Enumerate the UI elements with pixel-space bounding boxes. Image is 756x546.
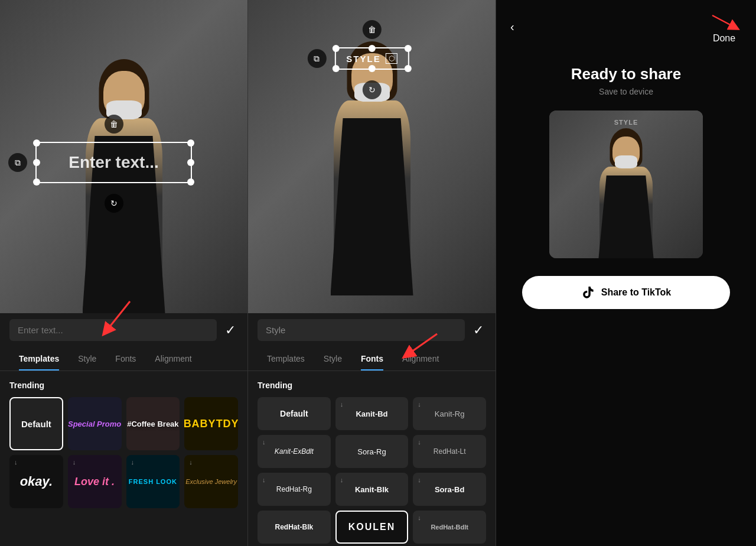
font-label: KOULEN <box>348 522 396 532</box>
tiktok-icon <box>581 285 595 300</box>
tab-style-2[interactable]: Style <box>314 347 351 370</box>
font-label: Kanit-Rg <box>435 410 465 418</box>
content-area-1: Trending Default Special Promo #Coffee B… <box>0 371 247 546</box>
person-jacket-2 <box>331 118 413 295</box>
preview-mask <box>615 155 637 168</box>
confirm-button-2[interactable]: ✓ <box>471 320 486 340</box>
text-input-2[interactable] <box>258 319 465 341</box>
template-babytdy[interactable]: BABYTDY <box>184 397 238 450</box>
preview-person-body <box>591 128 662 258</box>
font-label: RedHat-Rg <box>276 485 312 493</box>
font-redhat-lt[interactable]: ↓ RedHat-Lt <box>413 435 486 468</box>
tab-alignment-2[interactable]: Alignment <box>393 347 448 370</box>
handle-bl <box>33 178 40 186</box>
handle-bl-2 <box>332 65 339 72</box>
copy-icon-2[interactable]: ⧉ <box>307 49 326 68</box>
download-icon: ↓ <box>418 514 421 521</box>
handle-br <box>187 178 194 186</box>
font-label: RedHat-Lt <box>434 447 466 456</box>
font-label: Kanit-Bd <box>356 410 387 418</box>
section-title-2: Trending <box>258 381 486 390</box>
tab-fonts-2[interactable]: Fonts <box>351 347 393 370</box>
template-special-promo[interactable]: Special Promo <box>68 397 122 450</box>
handle-ml <box>33 159 40 166</box>
download-icon: ↓ <box>340 401 344 408</box>
tab-templates-1[interactable]: Templates <box>9 347 69 370</box>
font-label: Kanit-ExBdlt <box>275 447 314 456</box>
template-label: #Coffee Break <box>127 420 178 428</box>
style-text: STYLE <box>346 54 380 64</box>
handle-mr <box>187 159 194 166</box>
template-label: FRESH LOOK <box>129 478 177 485</box>
toolbar-1: ✓ <box>0 313 247 347</box>
download-icon: ↓ <box>340 476 344 483</box>
copy-icon[interactable]: ⧉ <box>8 153 27 172</box>
confirm-button-1[interactable]: ✓ <box>223 320 238 340</box>
font-sora-rg[interactable]: Sora-Rg <box>335 435 409 468</box>
tabs-2: Templates Style Fonts Alignment <box>248 347 496 371</box>
text-input-1[interactable] <box>9 319 217 341</box>
font-koulen[interactable]: KOULEN <box>335 511 409 544</box>
handle-tr <box>187 139 194 147</box>
font-label: Kanit-Blk <box>355 485 389 494</box>
back-button[interactable]: ‹ <box>510 20 514 34</box>
preview-jacket <box>598 176 654 258</box>
rotate-icon-2[interactable]: ↻ <box>363 80 382 99</box>
template-loveit[interactable]: ↓ Love it . <box>68 455 122 508</box>
delete-icon[interactable]: 🗑 <box>105 115 123 134</box>
font-kanit-exbdlt[interactable]: ↓ Kanit-ExBdlt <box>258 435 331 468</box>
template-freshlook[interactable]: ↓ FRESH LOOK <box>126 455 180 508</box>
templates-grid: Default Special Promo #Coffee Break BABY… <box>9 397 238 508</box>
style-selection-box[interactable]: STYLE ⬡ 🗑 ⧉ ↻ <box>334 47 409 70</box>
font-kanit-bd[interactable]: ↓ Kanit-Bd <box>335 397 409 430</box>
delete-icon-2[interactable]: 🗑 <box>363 20 382 39</box>
preview-card: STYLE <box>549 110 703 258</box>
font-kanit-rg[interactable]: ↓ Kanit-Rg <box>413 397 486 430</box>
font-redhat-bdlt[interactable]: ↓ RedHat-Bdlt <box>413 511 486 544</box>
download-icon: ↓ <box>418 401 421 408</box>
download-icon: ↓ <box>418 476 421 483</box>
toolbar-2: ✓ <box>248 313 496 347</box>
font-redhat-rg[interactable]: ↓ RedHat-Rg <box>258 473 331 506</box>
template-exclusive[interactable]: ↓ Exclusive Jewelry <box>184 455 238 508</box>
template-default[interactable]: Default <box>9 397 63 450</box>
tabs-1: Templates Style Fonts Alignment <box>0 347 247 371</box>
font-kanit-blk[interactable]: ↓ Kanit-Blk <box>335 473 409 506</box>
font-sora-bd[interactable]: ↓ Sora-Bd <box>413 473 486 506</box>
image-area-1: Enter text... 🗑 ⧉ ↻ <box>0 0 247 313</box>
font-redhat-blk[interactable]: RedHat-Blk <box>258 511 331 544</box>
text-overlay: Enter text... <box>69 153 158 172</box>
tab-fonts-1[interactable]: Fonts <box>106 347 145 370</box>
style-badge: ⬡ <box>386 53 397 64</box>
font-label: Default <box>280 409 308 418</box>
rotate-icon[interactable]: ↻ <box>105 194 123 213</box>
share-to-tiktok-button[interactable]: Share to TikTok <box>522 276 731 309</box>
download-icon: ↓ <box>262 438 266 446</box>
tab-templates-2[interactable]: Templates <box>258 347 314 370</box>
preview-text-label: STYLE <box>614 119 638 126</box>
tab-alignment-1[interactable]: Alignment <box>145 347 201 370</box>
person-figure-1 <box>71 59 177 313</box>
template-okay[interactable]: ↓ okay. <box>9 455 63 508</box>
panel-2: STYLE ⬡ 🗑 ⧉ ↻ ✓ Templates Style Fonts Al… <box>248 0 496 546</box>
template-coffee-break[interactable]: #Coffee Break <box>126 397 180 450</box>
download-icon: ↓ <box>189 459 193 466</box>
done-area: Done <box>706 9 742 44</box>
handle-bm-2 <box>369 65 376 72</box>
template-label: okay. <box>20 474 53 489</box>
handle-tl <box>33 139 40 147</box>
section-title-1: Trending <box>9 381 238 390</box>
done-button[interactable]: Done <box>713 33 735 44</box>
image-area-2: STYLE ⬡ 🗑 ⧉ ↻ <box>248 0 496 313</box>
tab-style-1[interactable]: Style <box>69 347 106 370</box>
font-label: RedHat-Blk <box>275 523 313 531</box>
download-icon: ↓ <box>131 459 135 466</box>
handle-tm-2 <box>369 45 376 52</box>
text-selection-box[interactable]: Enter text... 🗑 ⧉ ↻ <box>35 142 192 183</box>
font-default[interactable]: Default <box>258 397 331 430</box>
preview-image: STYLE <box>549 110 703 258</box>
download-icon: ↓ <box>262 476 266 483</box>
save-label: Save to device <box>599 87 653 96</box>
done-arrow-icon <box>706 9 742 33</box>
share-label: Share to TikTok <box>601 287 672 298</box>
